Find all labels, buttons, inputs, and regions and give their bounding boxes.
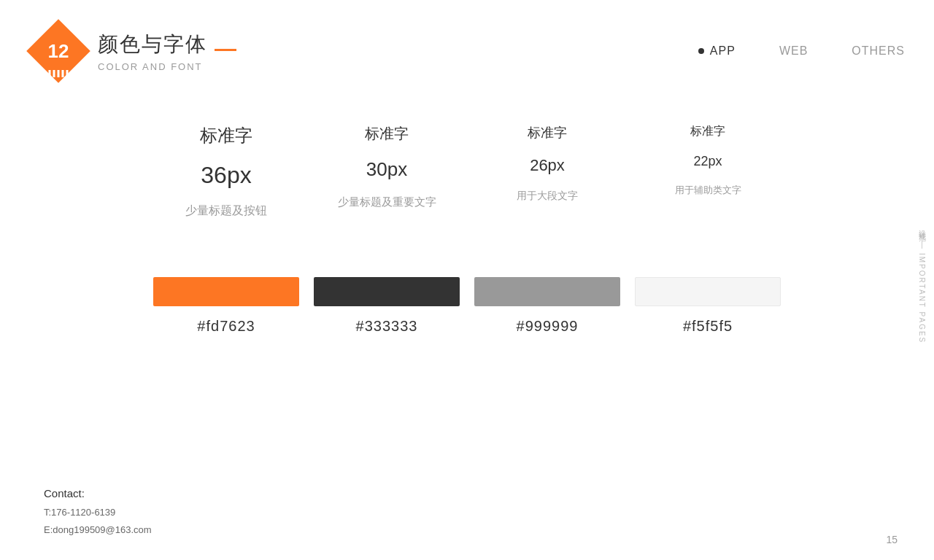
footer-info: T:176-1120-6139 E:dong199509@163.com	[44, 504, 152, 538]
typo-label-4: 标准字	[690, 124, 725, 139]
logo-text: 颜色与字体 COLOR AND FONT	[98, 31, 236, 72]
title-chinese: 颜色与字体	[98, 31, 207, 58]
nav-label-app: APP	[710, 44, 736, 58]
typo-label-1: 标准字	[200, 124, 252, 147]
nav-label-web: WEB	[779, 44, 808, 57]
typo-desc-3: 用于大段文字	[517, 190, 578, 203]
logo-title-row: 颜色与字体	[98, 31, 236, 58]
typo-col-4: 标准字 22px 用于辅助类文字	[628, 109, 788, 233]
header: 12 颜色与字体 COLOR AND FONT APP WEB	[0, 0, 934, 80]
color-col-orange: #fd7623	[146, 270, 306, 342]
typo-size-3: 26px	[530, 156, 565, 175]
title-underline	[215, 49, 236, 51]
typo-desc-4: 用于辅助类文字	[675, 184, 741, 197]
comb-decoration	[49, 70, 69, 77]
color-swatch-orange	[153, 277, 299, 306]
logo-area: 12 颜色与字体 COLOR AND FONT	[29, 22, 236, 80]
color-hex-dark: #333333	[356, 318, 418, 335]
typo-desc-1: 少量标题及按钮	[185, 203, 267, 219]
color-col-gray: #999999	[467, 270, 628, 342]
nav-label-others: OTHERS	[852, 44, 905, 57]
side-cn-text: 设计规范	[916, 224, 927, 230]
color-hex-orange: #fd7623	[197, 318, 255, 335]
nav-item-web[interactable]: WEB	[779, 44, 808, 58]
typo-size-1: 36px	[201, 162, 251, 189]
main-content: 标准字 36px 少量标题及按钮 标准字 30px 少量标题及重要文字 标准字 …	[0, 80, 934, 342]
footer-contact-label: Contact:	[44, 487, 152, 499]
navigation: APP WEB OTHERS	[698, 44, 905, 58]
color-swatch-gray	[474, 277, 620, 306]
typo-size-4: 22px	[693, 154, 722, 169]
typo-size-2: 30px	[366, 158, 407, 181]
color-hex-light: #f5f5f5	[683, 318, 733, 335]
color-section: #fd7623 #333333 #999999 #f5f5f5	[146, 270, 788, 342]
color-swatch-light	[635, 277, 781, 306]
footer-email: E:dong199509@163.com	[44, 521, 152, 538]
typography-section: 标准字 36px 少量标题及按钮 标准字 30px 少量标题及重要文字 标准字 …	[146, 109, 788, 233]
side-en-text: IMPORTANT PAGES	[918, 253, 926, 343]
footer: Contact: T:176-1120-6139 E:dong199509@16…	[44, 487, 152, 538]
nav-active-dot	[698, 48, 704, 54]
typo-col-1: 标准字 36px 少量标题及按钮	[146, 109, 306, 233]
color-col-dark: #333333	[306, 270, 467, 342]
color-col-light: #f5f5f5	[628, 270, 788, 342]
typo-label-3: 标准字	[528, 124, 567, 141]
typo-label-2: 标准字	[365, 124, 409, 144]
side-label-block: 设计规范 IMPORTANT PAGES	[916, 224, 927, 343]
badge-number: 12	[48, 40, 69, 63]
color-swatch-dark	[314, 277, 460, 306]
color-hex-gray: #999999	[517, 318, 579, 335]
nav-item-app[interactable]: APP	[698, 44, 736, 58]
title-english: COLOR AND FONT	[98, 61, 236, 72]
diamond-badge: 12	[29, 22, 88, 80]
page-number: 15	[886, 534, 898, 545]
typo-col-3: 标准字 26px 用于大段文字	[467, 109, 628, 233]
typo-desc-2: 少量标题及重要文字	[338, 195, 436, 209]
footer-phone: T:176-1120-6139	[44, 504, 152, 521]
nav-item-others[interactable]: OTHERS	[852, 44, 905, 58]
typo-col-2: 标准字 30px 少量标题及重要文字	[306, 109, 467, 233]
